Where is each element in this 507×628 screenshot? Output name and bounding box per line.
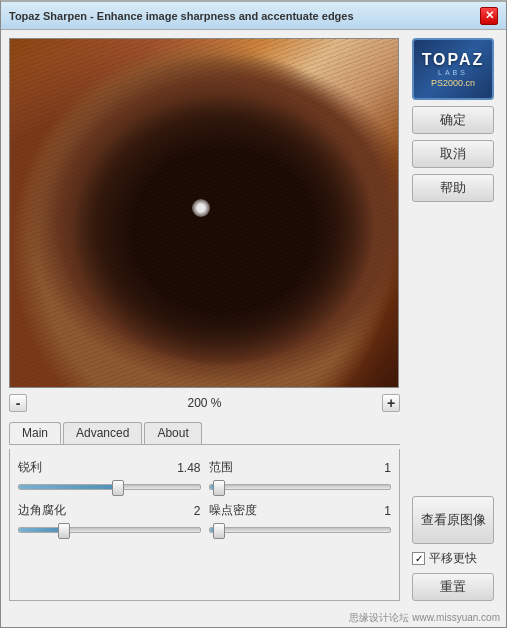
sharpness-slider[interactable] <box>18 484 201 490</box>
smooth-row: ✓ 平移更快 <box>412 550 494 567</box>
param-row-1: 锐利 1.48 范围 1 <box>18 459 391 490</box>
close-button[interactable]: ✕ <box>480 7 498 25</box>
corner-blur-thumb[interactable] <box>58 523 70 539</box>
preview-area <box>9 38 399 388</box>
watermark: 思缘设计论坛 www.missyuan.com <box>1 609 506 627</box>
range-label: 范围 <box>209 459 233 476</box>
view-original-button[interactable]: 查看原图像 <box>412 496 494 544</box>
sharpness-header: 锐利 1.48 <box>18 459 201 476</box>
noise-density-group: 噪点密度 1 <box>209 502 392 533</box>
main-window: Topaz Sharpen - Enhance image sharpness … <box>0 0 507 628</box>
zoom-bar: - 200 % + <box>9 392 400 414</box>
title-bar: Topaz Sharpen - Enhance image sharpness … <box>1 2 506 30</box>
window-title: Topaz Sharpen - Enhance image sharpness … <box>9 10 354 22</box>
params-panel: 锐利 1.48 范围 1 <box>9 449 400 601</box>
cancel-button[interactable]: 取消 <box>412 140 494 168</box>
help-button[interactable]: 帮助 <box>412 174 494 202</box>
logo-sub: PS2000.cn <box>431 78 475 88</box>
tabs-container: Main Advanced About <box>9 422 400 445</box>
left-panel: - 200 % + Main Advanced About 锐利 1.48 <box>9 38 400 601</box>
corner-blur-header: 边角腐化 2 <box>18 502 201 519</box>
corner-blur-slider[interactable] <box>18 527 201 533</box>
corner-blur-group: 边角腐化 2 <box>18 502 201 533</box>
sharpness-thumb[interactable] <box>112 480 124 496</box>
sharpness-group: 锐利 1.48 <box>18 459 201 490</box>
zoom-in-button[interactable]: + <box>382 394 400 412</box>
range-header: 范围 1 <box>209 459 392 476</box>
noise-density-label: 噪点密度 <box>209 502 257 519</box>
range-group: 范围 1 <box>209 459 392 490</box>
logo-box: TOPAZ LABS PS2000.cn <box>412 38 494 100</box>
tab-advanced[interactable]: Advanced <box>63 422 142 444</box>
range-thumb[interactable] <box>213 480 225 496</box>
eye-image <box>10 39 398 387</box>
main-content: - 200 % + Main Advanced About 锐利 1.48 <box>1 30 506 609</box>
zoom-out-button[interactable]: - <box>9 394 27 412</box>
smooth-label: 平移更快 <box>429 550 477 567</box>
zoom-level: 200 % <box>33 396 376 410</box>
corner-blur-value: 2 <box>194 504 201 518</box>
sharpness-fill <box>19 485 118 489</box>
noise-density-header: 噪点密度 1 <box>209 502 392 519</box>
corner-blur-label: 边角腐化 <box>18 502 66 519</box>
noise-density-thumb[interactable] <box>213 523 225 539</box>
tab-main[interactable]: Main <box>9 422 61 444</box>
right-panel: TOPAZ LABS PS2000.cn 确定 取消 帮助 查看原图像 ✓ 平移… <box>408 38 498 601</box>
logo-labs: LABS <box>438 69 468 76</box>
noise-density-value: 1 <box>384 504 391 518</box>
param-row-2: 边角腐化 2 噪点密度 1 <box>18 502 391 533</box>
range-slider[interactable] <box>209 484 392 490</box>
logo-topaz: TOPAZ <box>422 51 485 69</box>
sharpness-value: 1.48 <box>177 461 200 475</box>
noise-density-slider[interactable] <box>209 527 392 533</box>
smooth-checkbox[interactable]: ✓ <box>412 552 425 565</box>
tab-about[interactable]: About <box>144 422 201 444</box>
reset-button[interactable]: 重置 <box>412 573 494 601</box>
confirm-button[interactable]: 确定 <box>412 106 494 134</box>
range-value: 1 <box>384 461 391 475</box>
sharpness-label: 锐利 <box>18 459 42 476</box>
